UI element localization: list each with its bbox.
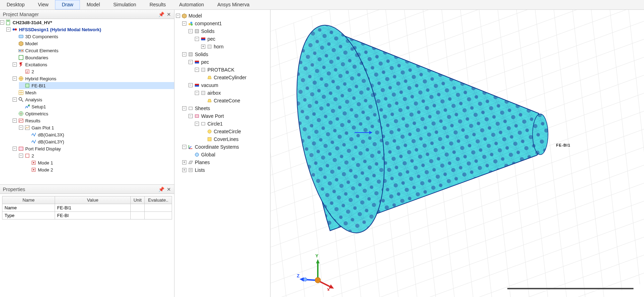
node-global[interactable]: Global bbox=[201, 152, 215, 157]
cell-unit bbox=[131, 204, 145, 212]
svg-marker-5 bbox=[19, 41, 23, 46]
node-model[interactable]: Model bbox=[189, 13, 202, 19]
item-boundaries[interactable]: Boundaries bbox=[25, 55, 48, 60]
node-planes[interactable]: Planes bbox=[195, 160, 210, 165]
item-fe-bi1[interactable]: FE-BI1 bbox=[32, 83, 46, 88]
node-solids1[interactable]: Solids bbox=[201, 28, 214, 34]
item-results[interactable]: Results bbox=[25, 118, 40, 123]
tree-toggle[interactable]: − bbox=[13, 97, 17, 102]
col-unit[interactable]: Unit bbox=[131, 196, 145, 204]
material-icon bbox=[194, 82, 200, 88]
tree-toggle[interactable]: − bbox=[13, 147, 17, 151]
item-analysis[interactable]: Analysis bbox=[25, 97, 42, 102]
tree-toggle[interactable]: − bbox=[189, 60, 193, 64]
node-pec1[interactable]: pec bbox=[207, 36, 215, 42]
tree-toggle[interactable]: − bbox=[182, 106, 186, 110]
pin-icon[interactable]: 📌 bbox=[158, 11, 164, 18]
node-protback[interactable]: PROTBACK bbox=[207, 67, 234, 73]
tree-toggle[interactable]: − bbox=[195, 68, 199, 72]
item-optimetrics[interactable]: Optimetrics bbox=[25, 111, 48, 116]
model-tree-panel[interactable]: −Model −component1 −Solids −pec +horn bbox=[174, 10, 270, 297]
cell-value[interactable]: FE-BI bbox=[55, 212, 131, 220]
svg-line-70 bbox=[320, 282, 331, 287]
node-waveport[interactable]: Wave Port bbox=[201, 113, 224, 119]
node-coverlines[interactable]: CoverLines bbox=[214, 136, 239, 142]
tree-toggle[interactable]: − bbox=[195, 37, 199, 41]
tree-toggle[interactable]: + bbox=[182, 168, 186, 172]
tree-toggle[interactable]: − bbox=[182, 145, 186, 149]
node-solids2[interactable]: Solids bbox=[195, 52, 208, 57]
tree-toggle[interactable]: − bbox=[19, 154, 23, 158]
close-icon[interactable]: ✕ bbox=[166, 186, 172, 193]
close-icon[interactable]: ✕ bbox=[166, 11, 172, 18]
node-vacuum[interactable]: vacuum bbox=[201, 82, 218, 88]
menu-minerva[interactable]: Ansys Minerva bbox=[211, 0, 256, 9]
col-name[interactable]: Name bbox=[2, 196, 55, 204]
node-coords[interactable]: Coordinate Systems bbox=[195, 144, 239, 150]
node-createcylinder[interactable]: CreateCylinder bbox=[214, 75, 246, 80]
item-3d-components[interactable]: 3D Components bbox=[25, 34, 58, 39]
tree-toggle[interactable]: − bbox=[182, 21, 186, 26]
item-mesh[interactable]: Mesh bbox=[25, 90, 36, 95]
tree-toggle[interactable]: − bbox=[189, 29, 193, 33]
tree-toggle[interactable]: − bbox=[195, 91, 199, 95]
tree-toggle[interactable]: − bbox=[19, 126, 23, 130]
item-gainl3x[interactable]: dB(GainL3X) bbox=[38, 132, 64, 137]
tree-toggle[interactable]: − bbox=[6, 27, 11, 32]
node-horn[interactable]: horn bbox=[214, 44, 224, 49]
tree-toggle[interactable]: + bbox=[182, 160, 186, 164]
design-name[interactable]: HFSSDesign1 (Hybrid Modal Network) bbox=[19, 27, 101, 32]
item-model[interactable]: Model bbox=[25, 41, 37, 46]
item-port-field[interactable]: Port Field Display bbox=[25, 146, 61, 151]
menu-view[interactable]: View bbox=[31, 0, 55, 9]
project-name[interactable]: CH23d8-31d4_HV* bbox=[13, 20, 52, 25]
properties-table[interactable]: Name Value Unit Evaluate.. Name FE-BI1 bbox=[2, 196, 172, 220]
item-excitation-2[interactable]: 2 bbox=[32, 69, 34, 74]
menu-automation[interactable]: Automation bbox=[172, 0, 211, 9]
item-circuit-elements[interactable]: Circuit Elements bbox=[25, 48, 59, 53]
item-excitations[interactable]: Excitations bbox=[25, 62, 47, 67]
tree-toggle[interactable]: − bbox=[195, 122, 199, 126]
item-gain-plot[interactable]: Gain Plot 1 bbox=[32, 125, 54, 130]
item-mode1[interactable]: Mode 1 bbox=[38, 160, 53, 166]
tree-toggle[interactable]: − bbox=[0, 20, 4, 25]
menu-results[interactable]: Results bbox=[143, 0, 173, 9]
tree-toggle[interactable]: − bbox=[13, 119, 17, 123]
cell-value[interactable]: FE-BI1 bbox=[55, 204, 131, 212]
svg-rect-24 bbox=[26, 154, 29, 157]
table-row[interactable]: Name FE-BI1 bbox=[2, 204, 172, 212]
node-createcircle[interactable]: CreateCircle bbox=[214, 129, 241, 134]
node-createcone[interactable]: CreateCone bbox=[214, 98, 240, 103]
menu-desktop[interactable]: Desktop bbox=[0, 0, 31, 9]
svg-point-28 bbox=[33, 169, 34, 170]
axis-triad[interactable]: Y X Z bbox=[297, 252, 339, 291]
item-hybrid-regions[interactable]: Hybrid Regions bbox=[25, 76, 56, 81]
col-value[interactable]: Value bbox=[55, 196, 131, 204]
node-pec2[interactable]: pec bbox=[201, 59, 209, 65]
menu-simulation[interactable]: Simulation bbox=[107, 0, 143, 9]
tree-toggle[interactable]: − bbox=[13, 76, 17, 81]
col-eval[interactable]: Evaluate.. bbox=[145, 196, 172, 204]
node-circle1[interactable]: Circle1 bbox=[207, 121, 223, 127]
table-row[interactable]: Type FE-BI bbox=[2, 212, 172, 220]
viewport-3d[interactable]: FE-BI1 Y X Z bbox=[270, 10, 644, 297]
pin-icon[interactable]: 📌 bbox=[158, 186, 164, 193]
node-component1[interactable]: component1 bbox=[195, 21, 222, 26]
tree-toggle[interactable]: + bbox=[201, 45, 205, 49]
node-airbox[interactable]: airbox bbox=[207, 90, 221, 96]
item-gainl3y[interactable]: dB(GainL3Y) bbox=[38, 139, 64, 144]
tree-toggle[interactable]: − bbox=[176, 14, 180, 18]
menu-draw[interactable]: Draw bbox=[55, 0, 80, 9]
project-tree[interactable]: − CH23d8-31d4_HV* − bbox=[0, 19, 174, 173]
item-mode2[interactable]: Mode 2 bbox=[38, 167, 53, 173]
tree-toggle[interactable]: − bbox=[182, 52, 186, 56]
tree-toggle[interactable]: − bbox=[189, 83, 193, 87]
node-sheets[interactable]: Sheets bbox=[195, 106, 210, 111]
item-pf-2[interactable]: 2 bbox=[32, 153, 34, 158]
cone-model[interactable] bbox=[292, 10, 565, 259]
menu-model[interactable]: Model bbox=[80, 0, 107, 9]
tree-toggle[interactable]: − bbox=[189, 114, 193, 118]
item-setup1[interactable]: Setup1 bbox=[32, 104, 46, 109]
node-lists[interactable]: Lists bbox=[195, 167, 205, 173]
tree-toggle[interactable]: − bbox=[13, 62, 17, 67]
